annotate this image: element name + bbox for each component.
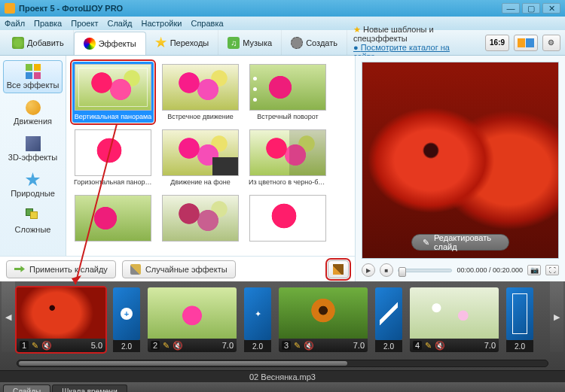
effect-thumb [162, 64, 239, 111]
sound-icon: 🔇 [41, 341, 52, 351]
effect-item-color-to-bw[interactable]: Из цветного в черно-белое [247, 127, 328, 188]
effect-label: Встречное движение [167, 113, 234, 120]
tab-music[interactable]: Музыка [218, 30, 282, 55]
effect-label: Вертикальная панорама [75, 113, 151, 120]
slide-number: 1 [20, 341, 29, 350]
effect-item-meeting-turn[interactable]: Встречный поворот [247, 62, 328, 123]
transition-duration: 2.0 [375, 340, 402, 352]
timeline-slide-4[interactable]: 4✎🔇7.0 [410, 287, 499, 352]
snapshot-button[interactable]: 📷 [527, 265, 541, 275]
timeline-slide-2[interactable]: 2✎🔇7.0 [148, 287, 237, 352]
random-effects-button[interactable]: Случайные эффекты [122, 260, 236, 278]
audio-filename: 02 Веснянка.mp3 [249, 372, 316, 381]
brush-icon [333, 264, 344, 275]
arrow-right-icon [14, 264, 25, 275]
timeline-transition-2[interactable]: 2.0 [244, 287, 271, 352]
bottom-tab-slides[interactable]: Слайды [3, 384, 50, 392]
bottom-tab-timeline[interactable]: Шкала времени [52, 384, 127, 392]
tab-music-label: Музыка [243, 38, 272, 47]
plus-icon [12, 37, 24, 49]
tab-transitions-label: Переходы [170, 38, 209, 47]
transition-thumb [375, 287, 402, 340]
play-button[interactable]: ▶ [362, 263, 375, 277]
slide-number: 2 [151, 341, 160, 350]
cube-icon [26, 136, 41, 151]
timeline-transition-1[interactable]: 2.0 [113, 287, 140, 352]
slide-duration: 7.0 [484, 341, 496, 350]
maximize-button[interactable]: ▢ [522, 3, 540, 14]
tab-effects-label: Эффекты [99, 39, 136, 48]
sound-icon: 🔇 [304, 341, 314, 351]
transition-thumb [506, 287, 533, 340]
transition-thumb [244, 287, 271, 340]
close-button[interactable]: ✕ [542, 3, 560, 14]
tab-transitions[interactable]: Переходы [146, 30, 219, 55]
effect-item-motion-on-bg[interactable]: Движение на фоне [160, 127, 241, 188]
effect-item-meeting-motion[interactable]: Встречное движение [160, 62, 241, 123]
timeline-scroll-left[interactable]: ◀ [2, 281, 15, 352]
slide-number: 3 [282, 341, 291, 350]
transition-duration: 2.0 [113, 340, 140, 352]
slide-thumb [410, 287, 499, 339]
effect-thumb [75, 195, 151, 242]
timeline-transition-4[interactable]: 2.0 [506, 287, 533, 352]
transition-duration: 2.0 [506, 340, 533, 352]
apply-to-slide-button[interactable]: Применить к слайду [6, 260, 116, 278]
cat-complex[interactable]: Сложные [3, 205, 63, 238]
stop-button[interactable]: ■ [380, 263, 393, 277]
layers-icon [26, 208, 41, 223]
effect-item-vertical-panorama[interactable]: Вертикальная панорама [72, 62, 154, 123]
minimize-button[interactable]: — [502, 3, 520, 14]
slide-thumb [17, 287, 105, 339]
effect-thumb [75, 64, 151, 111]
tab-effects[interactable]: Эффекты [74, 32, 146, 55]
apply-label: Применить к слайду [29, 265, 108, 274]
tab-create[interactable]: Создать [282, 30, 347, 55]
cat-3d[interactable]: 3D-эффекты [3, 132, 63, 166]
timeline-slide-3[interactable]: 3✎🔇7.0 [279, 287, 368, 352]
menu-project[interactable]: Проект [71, 19, 98, 28]
disc-icon [291, 37, 303, 49]
effect-item-8[interactable] [160, 193, 241, 246]
swatch-orange [518, 38, 526, 47]
effect-item-horizontal-panorama[interactable]: Горизонтальная панорама [72, 127, 154, 188]
music-icon [228, 37, 240, 49]
menu-edit[interactable]: Правка [34, 19, 62, 28]
effect-item-9[interactable] [247, 193, 328, 246]
cat-motion-label: Движения [14, 117, 52, 126]
effect-label: Встречный поворот [257, 113, 319, 120]
brush-tool-button[interactable] [328, 260, 349, 278]
menu-help[interactable]: Справка [191, 19, 223, 28]
slide-thumb [279, 287, 368, 339]
tab-add-label: Добавить [27, 38, 64, 47]
fullscreen-button[interactable]: ⛶ [545, 265, 559, 275]
cat-motion[interactable]: Движения [3, 96, 63, 129]
slide-duration: 7.0 [222, 341, 234, 350]
aspect-ratio-button[interactable]: 16:9 [485, 35, 508, 51]
palette-icon [84, 38, 96, 50]
seek-slider[interactable] [398, 269, 452, 272]
edit-slide-label: Редактировать слайд [434, 233, 498, 251]
time-display: 00:00.000 / 00:20.000 [457, 266, 523, 274]
audio-track[interactable]: 02 Веснянка.mp3 [0, 370, 565, 382]
swatch-blue [526, 38, 534, 47]
bottom-tabs: Слайды Шкала времени [0, 382, 565, 392]
pencil-icon: ✎ [163, 341, 170, 351]
effect-thumb [249, 195, 326, 242]
cat-all-effects[interactable]: Все эффекты [3, 60, 63, 93]
tab-add[interactable]: Добавить [3, 30, 74, 55]
edit-slide-button[interactable]: Редактировать слайд [411, 234, 509, 251]
timeline-scroll-right[interactable]: ▶ [550, 281, 563, 352]
timeline-scrollbar[interactable] [17, 360, 548, 367]
cat-nature[interactable]: Природные [3, 169, 63, 202]
menu-slide[interactable]: Слайд [107, 19, 132, 28]
menu-file[interactable]: Файл [5, 19, 25, 28]
effect-item-7[interactable] [72, 193, 154, 246]
theme-swatch-button[interactable] [514, 35, 538, 51]
timeline-slide-1[interactable]: 1✎🔇5.0 [17, 287, 105, 352]
settings-button[interactable]: ⚙ [542, 35, 560, 51]
transition-duration: 2.0 [244, 340, 271, 352]
slide-number: 4 [413, 341, 422, 350]
timeline-transition-3[interactable]: 2.0 [375, 287, 402, 352]
menu-settings[interactable]: Настройки [142, 19, 182, 28]
